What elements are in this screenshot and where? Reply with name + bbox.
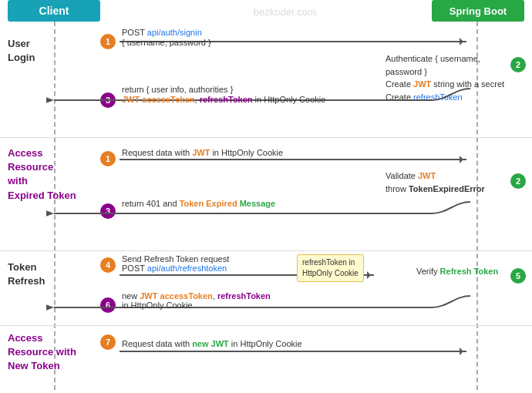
refresh-token: refreshToken <box>200 95 253 104</box>
step2-circle: 2 <box>510 57 526 72</box>
step7-msg: Send Refresh Token requestPOST api/auth/… <box>122 254 229 273</box>
step4-msg: Request data with JWT in HttpOnly Cookie <box>122 148 283 157</box>
step10-arrow <box>120 351 466 352</box>
step10-circle: 7 <box>100 334 116 350</box>
circle-s4-7: 7 <box>100 334 116 350</box>
step4-circle: 1 <box>100 151 116 166</box>
section-refresh: TokenRefresh <box>8 260 45 288</box>
circle-s3-4: 4 <box>100 257 116 273</box>
step9-msg: new JWT accessToken, refreshToken in Htt… <box>122 291 271 310</box>
circle-1: 1 <box>100 34 116 49</box>
circle-s2-2: 2 <box>510 173 526 189</box>
cookie-refresh: refreshToken <box>302 258 347 267</box>
circle-2: 2 <box>510 57 526 72</box>
step5-text: Validate JWT throw TokenExpiredError <box>386 170 509 195</box>
cookie-box: refreshToken inHttpOnly Cookie <box>297 254 364 282</box>
step3-tokens: JWT accessToken, refreshToken in HttpOnl… <box>122 95 325 104</box>
step8-circle: 5 <box>510 268 526 284</box>
step3-msg: return { user info, authorities } <box>122 85 233 94</box>
section-user-login: UserLogin <box>8 37 35 65</box>
circle-s2-1: 1 <box>100 151 116 166</box>
step1-circle: 1 <box>100 34 116 49</box>
step10-msg: Request data with new JWT in HttpOnly Co… <box>122 339 302 348</box>
step6-msg: return 401 and Token Expired Message <box>122 199 275 208</box>
step4-arrow <box>120 159 466 160</box>
watermark: bezkoder.com <box>254 6 316 18</box>
step5-circle: 2 <box>510 173 526 189</box>
sep1 <box>0 137 532 138</box>
section-new-token: AccessResource withNew Token <box>8 331 89 374</box>
step8-text: Verify Refresh Token <box>416 265 509 278</box>
client-header: Client <box>8 0 100 22</box>
diagram: bezkoder.com Client Spring Boot UserLogi… <box>0 0 532 393</box>
step1-body: { username, password } <box>122 38 211 47</box>
step7-circle: 4 <box>100 257 116 273</box>
jwt-access: JWT accessToken <box>122 95 195 104</box>
step1-api: api/auth/signin <box>147 28 202 37</box>
circle-s3-5: 5 <box>510 268 526 284</box>
sep3 <box>0 325 532 326</box>
sep2 <box>0 250 532 251</box>
spring-header: Spring Boot <box>432 0 524 22</box>
step1-msg: POST api/auth/signin <box>122 28 202 37</box>
